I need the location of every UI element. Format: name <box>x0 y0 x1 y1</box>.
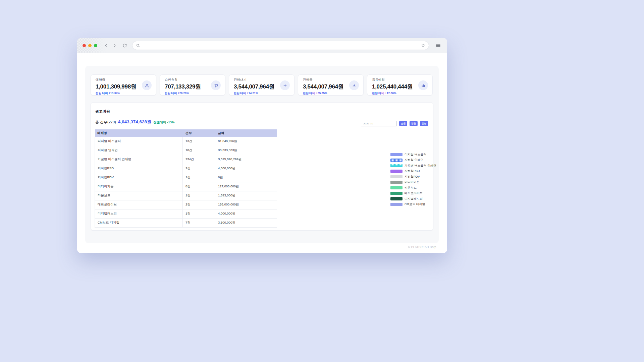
stat-delta: 전일 대비 +14.21% <box>234 92 289 96</box>
legend-item[interactable]: 미디어가든 <box>390 180 436 185</box>
legend-label: 디지털캐노피 <box>405 197 423 201</box>
search-icon <box>136 43 140 48</box>
stat-card-waiting: 진행대기 3,544,007,964원 전일 대비 +14.21% <box>229 74 294 96</box>
legend-swatch <box>390 197 402 200</box>
minimize-button[interactable] <box>88 44 92 47</box>
total-count-label: 총 건수(279) <box>95 120 116 125</box>
stat-delta: 전일 대비 +35.35% <box>303 92 359 96</box>
cell-count: 1건 <box>183 191 215 200</box>
cell-amount: 156,000,000원 <box>215 200 277 209</box>
legend-swatch <box>390 186 402 189</box>
cell-amount: 4,000,000원 <box>215 209 277 218</box>
summary-line: 총 건수(279) 4,043,374,628원 전월대비 -13% <box>95 119 174 125</box>
legend-swatch <box>390 159 402 162</box>
desktop: { "window": { "address_value": "", "addr… <box>0 0 644 362</box>
table-row: 가로변 버스쉘터 인쇄면 234건 3,625,098,299원 <box>95 155 277 164</box>
ad-cost-card: 광고비용 총 건수(279) 4,043,374,628원 전월대비 -13% … <box>91 102 433 231</box>
cell-media: 지하철PSD <box>95 164 183 173</box>
legend-swatch <box>390 170 402 173</box>
browser-toolbar <box>77 38 447 53</box>
stat-label: 종료예정 <box>372 78 428 82</box>
month-picker-input[interactable] <box>361 121 397 126</box>
table-row: 지하철 인쇄면 10건 30,333,333원 <box>95 146 277 155</box>
cell-media: CM보드 디지털 <box>95 218 183 227</box>
address-bar[interactable] <box>132 41 429 50</box>
cell-count: 1건 <box>183 209 215 218</box>
cell-media: 미디어가든 <box>95 182 183 191</box>
user-icon <box>142 80 152 90</box>
stat-delta: 전일 대비 +29.20% <box>165 92 220 96</box>
legend-item[interactable]: 디지털 버스쉘터 <box>390 152 436 158</box>
address-input[interactable] <box>143 44 418 48</box>
stat-delta: 전일 대비 +13.34% <box>96 92 151 96</box>
download-icon <box>349 80 359 90</box>
maximize-button[interactable] <box>94 44 97 47</box>
table-row: 메트로라이브 2건 156,000,000원 <box>95 200 277 209</box>
cart-icon <box>211 80 221 90</box>
filter-controls: 당월 전월 전년 <box>361 121 428 126</box>
legend-item[interactable]: 메트로라이브 <box>390 191 436 196</box>
forward-icon[interactable] <box>111 42 118 49</box>
cell-amount: 1,593,000원 <box>215 191 277 200</box>
legend-label: 미디어가든 <box>405 180 420 184</box>
col-header-media: 매체명 <box>95 129 183 137</box>
current-month-button[interactable]: 당월 <box>399 121 407 126</box>
hamburger-menu-icon[interactable] <box>434 42 442 49</box>
stat-card-row: 예약중 1,001,309,998원 전일 대비 +13.34% 승인요청 70… <box>91 74 433 96</box>
cell-amount: 3,625,098,299원 <box>215 155 277 164</box>
table-header-row: 매체명 건수 금액 <box>95 129 277 137</box>
col-header-amount: 금액 <box>215 129 277 137</box>
table-row: 디지털 버스쉘터 13건 91,849,996원 <box>95 137 277 146</box>
legend-label: 지하철PSD <box>405 169 420 173</box>
table-row: CM보드 디지털 7건 3,500,000원 <box>95 218 277 227</box>
legend-label: 메트로라이브 <box>405 191 423 195</box>
close-button[interactable] <box>83 44 86 47</box>
bar-chart-icon <box>418 80 428 90</box>
dashboard-panel: 예약중 1,001,309,998원 전일 대비 +13.34% 승인요청 70… <box>85 66 439 243</box>
reload-icon[interactable] <box>121 42 128 49</box>
table-row: 지하철PDV 1건 0원 <box>95 173 277 182</box>
cell-amount: 0원 <box>215 173 277 182</box>
legend-swatch <box>390 175 402 178</box>
cell-amount: 4,000,000원 <box>215 164 277 173</box>
legend-label: 가로변 버스쉘터 인쇄면 <box>405 164 436 168</box>
cell-count: 234건 <box>183 155 215 164</box>
table-row: 디지털캐노피 1건 4,000,000원 <box>95 209 277 218</box>
legend-item[interactable]: 타운보드 <box>390 185 436 191</box>
legend-swatch <box>390 203 402 206</box>
cell-media: 디지털 버스쉘터 <box>95 137 183 146</box>
cell-count: 2건 <box>183 200 215 209</box>
cell-amount: 30,333,333원 <box>215 146 277 155</box>
cell-media: 타운보드 <box>95 191 183 200</box>
stat-card-ending: 종료예정 1,025,440,444원 전일 대비 +12.80% <box>367 74 433 96</box>
legend-label: 디지털 버스쉘터 <box>405 153 427 157</box>
prev-year-button[interactable]: 전년 <box>420 121 428 126</box>
back-icon[interactable] <box>103 42 109 49</box>
legend-label: CM보드 디지털 <box>405 202 425 206</box>
section-title: 광고비용 <box>95 109 110 114</box>
col-header-count: 건수 <box>183 129 215 137</box>
legend-item[interactable]: 가로변 버스쉘터 인쇄면 <box>390 163 436 169</box>
cell-amount: 91,849,996원 <box>215 137 277 146</box>
legend-item[interactable]: CM보드 디지털 <box>390 202 436 207</box>
legend-item[interactable]: 지하철PSD <box>390 169 436 174</box>
table-row: 타운보드 1건 1,593,000원 <box>95 191 277 200</box>
stat-label: 예약중 <box>96 78 151 82</box>
plus-icon <box>280 80 290 90</box>
legend-swatch <box>390 192 402 195</box>
legend-item[interactable]: 지하철PDV <box>390 174 436 180</box>
legend-swatch <box>390 181 402 184</box>
legend-swatch <box>390 164 402 167</box>
stat-label: 승인요청 <box>165 78 220 82</box>
legend-item[interactable]: 지하철 인쇄면 <box>390 158 436 163</box>
prev-month-button[interactable]: 전월 <box>410 121 418 126</box>
legend-item[interactable]: 디지털캐노피 <box>390 196 436 202</box>
copyright-text: © PLATBREAD Corp. <box>408 245 437 249</box>
cell-media: 가로변 버스쉘터 인쇄면 <box>95 155 183 164</box>
window-controls <box>83 44 97 47</box>
table-row: 미디어가든 8건 127,000,000원 <box>95 182 277 191</box>
stat-label: 진행대기 <box>234 78 289 82</box>
bookmark-star-icon[interactable] <box>421 43 425 48</box>
table-row: 지하철PSD 2건 4,000,000원 <box>95 164 277 173</box>
media-cost-table: 매체명 건수 금액 디지털 버스쉘터 13건 91,849,996원 지하철 인… <box>95 129 277 228</box>
